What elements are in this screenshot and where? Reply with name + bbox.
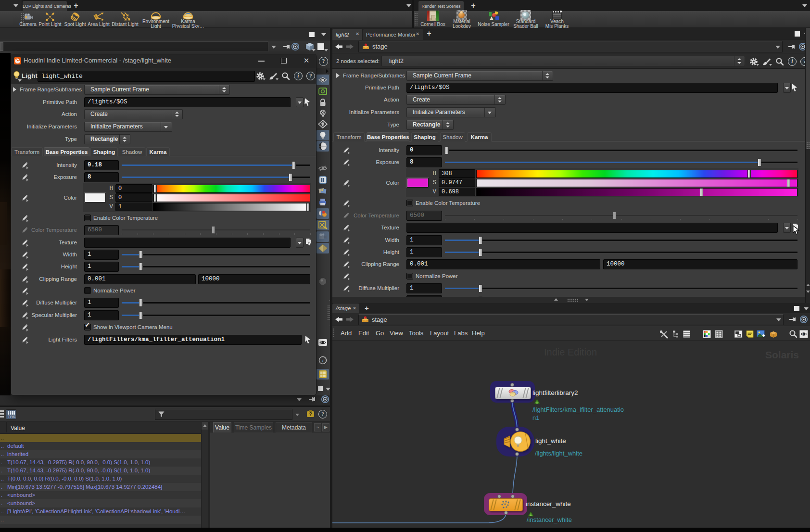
svg-text:?: ? [309,412,312,417]
svg-text:i: i [322,357,323,363]
